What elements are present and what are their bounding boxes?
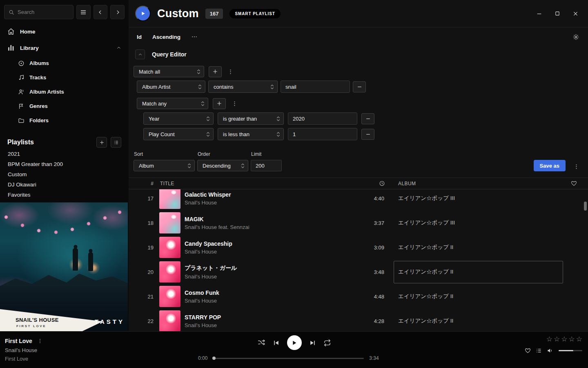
play-playlist-button[interactable] bbox=[135, 6, 151, 21]
track-album[interactable]: エイリアン☆ポップ II bbox=[398, 317, 570, 325]
minimize-button[interactable] bbox=[537, 11, 542, 16]
rule-value-input[interactable] bbox=[288, 112, 357, 125]
playlist-list-button[interactable] bbox=[111, 137, 121, 148]
track-title[interactable]: Cosmo Funk bbox=[185, 289, 361, 296]
rule-operator-select[interactable]: is greater than bbox=[218, 112, 284, 125]
sidebar-item-home[interactable]: Home bbox=[0, 23, 129, 40]
save-options-button[interactable] bbox=[572, 164, 581, 170]
close-button[interactable] bbox=[573, 11, 578, 16]
column-header-number[interactable]: # bbox=[129, 181, 159, 186]
order-select[interactable]: Descending bbox=[197, 160, 248, 171]
rule-field-select[interactable]: Play Count bbox=[143, 128, 214, 140]
mute-button[interactable] bbox=[547, 347, 554, 354]
track-artist[interactable]: Snail's House bbox=[185, 249, 361, 255]
track-artist[interactable]: Snail's House feat. Sennzai bbox=[185, 224, 361, 230]
maximize-button[interactable] bbox=[555, 11, 560, 16]
track-artist[interactable]: Snail's House bbox=[185, 298, 361, 304]
table-row[interactable]: 19 Candy Spaceship Snail's House 3:09 エイ… bbox=[129, 235, 588, 260]
match-all-select[interactable]: Match all bbox=[134, 66, 204, 77]
collapse-query-editor-button[interactable] bbox=[135, 49, 145, 59]
volume-slider[interactable] bbox=[559, 350, 582, 351]
sidebar-item-genres[interactable]: Genres bbox=[0, 99, 129, 113]
playlist-item[interactable]: Favorites bbox=[0, 190, 129, 200]
sidebar-item-folders[interactable]: Folders bbox=[0, 113, 129, 128]
playlist-item[interactable]: 2021 bbox=[0, 149, 129, 159]
playlist-item[interactable]: Custom bbox=[0, 169, 129, 180]
track-title[interactable]: Galactic Whisper bbox=[185, 191, 361, 198]
add-rule-button[interactable] bbox=[209, 66, 222, 77]
star-icon[interactable]: ☆ bbox=[546, 336, 552, 343]
more-options-icon[interactable] bbox=[191, 34, 198, 40]
remove-rule-button[interactable] bbox=[361, 113, 374, 124]
track-album[interactable]: エイリアン☆ポップ II bbox=[398, 268, 453, 276]
sort-key-button[interactable]: Id bbox=[137, 34, 142, 40]
scrollbar-thumb[interactable] bbox=[584, 202, 587, 211]
duration-column-clock-icon[interactable] bbox=[365, 180, 398, 186]
sidebar-item-albums[interactable]: Albums bbox=[0, 56, 129, 70]
sidebar-item-library[interactable]: Library bbox=[0, 40, 129, 56]
table-row[interactable]: 21 Cosmo Funk Snail's House 4:48 エイリアン☆ポ… bbox=[129, 284, 588, 309]
search-field[interactable] bbox=[18, 9, 69, 15]
track-album[interactable]: エイリアン☆ポップ III bbox=[398, 195, 570, 202]
star-icon[interactable]: ☆ bbox=[576, 336, 582, 343]
star-icon[interactable]: ☆ bbox=[561, 336, 567, 343]
now-playing-album[interactable]: First Love bbox=[5, 356, 43, 362]
track-artist[interactable]: Snail's House bbox=[185, 322, 361, 328]
rule-field-select[interactable]: Album Artist bbox=[137, 81, 205, 93]
track-title[interactable]: MAGIK bbox=[185, 216, 361, 222]
shuffle-button[interactable] bbox=[257, 339, 265, 347]
group-options-button[interactable] bbox=[230, 101, 239, 107]
limit-input[interactable] bbox=[251, 160, 282, 171]
match-any-select[interactable]: Match any bbox=[137, 98, 208, 109]
table-row[interactable]: 17 Galactic Whisper Snail's House 4:40 エ… bbox=[129, 189, 588, 211]
column-header-album[interactable]: ALBUM bbox=[398, 181, 570, 186]
search-input[interactable] bbox=[4, 5, 74, 19]
remove-rule-button[interactable] bbox=[361, 129, 374, 140]
sidebar-item-tracks[interactable]: Tracks bbox=[0, 70, 129, 85]
table-row[interactable]: 20 プラネット・ガール Snail's House 3:48 エイリアン☆ポッ… bbox=[129, 260, 588, 284]
play-pause-button[interactable] bbox=[287, 335, 302, 350]
now-playing-album-art[interactable]: SNAIL'S HOUSE FIRST LOVE TASTY bbox=[0, 202, 128, 331]
back-button[interactable] bbox=[94, 5, 108, 19]
track-options-kebab-icon[interactable] bbox=[37, 338, 43, 344]
seek-handle[interactable] bbox=[212, 357, 216, 360]
next-track-button[interactable] bbox=[309, 339, 316, 346]
playlist-item[interactable]: BPM Greater than 200 bbox=[0, 159, 129, 169]
forward-button[interactable] bbox=[110, 5, 125, 19]
sidebar-item-album-artists[interactable]: Album Artists bbox=[0, 85, 129, 99]
chevron-up-icon[interactable] bbox=[116, 45, 121, 50]
album-cell-focused[interactable]: エイリアン☆ポップ II bbox=[394, 261, 563, 283]
favorite-column-heart-icon[interactable] bbox=[570, 180, 588, 186]
table-row[interactable]: 22 STARRY POP Snail's House 4:28 エイリアン☆ポ… bbox=[129, 309, 588, 331]
track-artist[interactable]: Snail's House bbox=[185, 274, 361, 280]
track-album[interactable]: エイリアン☆ポップ II bbox=[398, 244, 570, 251]
playlist-item[interactable]: DJ Okawari bbox=[0, 180, 129, 190]
add-playlist-button[interactable] bbox=[96, 137, 107, 148]
previous-track-button[interactable] bbox=[273, 339, 280, 346]
add-rule-button[interactable] bbox=[213, 98, 226, 109]
seek-bar[interactable] bbox=[213, 358, 364, 359]
track-title[interactable]: プラネット・ガール bbox=[185, 265, 361, 272]
star-icon[interactable]: ☆ bbox=[554, 336, 560, 343]
menu-button[interactable] bbox=[76, 5, 91, 19]
settings-button[interactable] bbox=[572, 34, 579, 40]
track-artist[interactable]: Snail's House bbox=[185, 200, 361, 206]
table-row[interactable]: 18 MAGIK Snail's House feat. Sennzai 3:3… bbox=[129, 211, 588, 235]
track-album[interactable]: エイリアン☆ポップ II bbox=[398, 293, 570, 300]
rule-field-select[interactable]: Year bbox=[143, 112, 214, 125]
track-title[interactable]: Candy Spaceship bbox=[185, 240, 361, 247]
now-playing-artist[interactable]: Snail's House bbox=[5, 347, 43, 353]
track-album[interactable]: エイリアン☆ポップ III bbox=[398, 219, 570, 227]
favorite-button[interactable] bbox=[525, 348, 531, 354]
sort-direction-button[interactable]: Ascending bbox=[152, 34, 180, 40]
rule-value-input[interactable] bbox=[281, 81, 350, 93]
sort-select[interactable]: Album bbox=[134, 160, 195, 171]
rule-value-input[interactable] bbox=[288, 128, 357, 140]
star-icon[interactable]: ☆ bbox=[569, 336, 575, 343]
queue-button[interactable] bbox=[536, 348, 542, 354]
group-options-button[interactable] bbox=[226, 69, 235, 75]
track-title[interactable]: STARRY POP bbox=[185, 314, 361, 321]
save-as-button[interactable]: Save as bbox=[534, 160, 566, 171]
remove-rule-button[interactable] bbox=[353, 81, 366, 92]
column-header-title[interactable]: TITLE bbox=[159, 181, 365, 186]
